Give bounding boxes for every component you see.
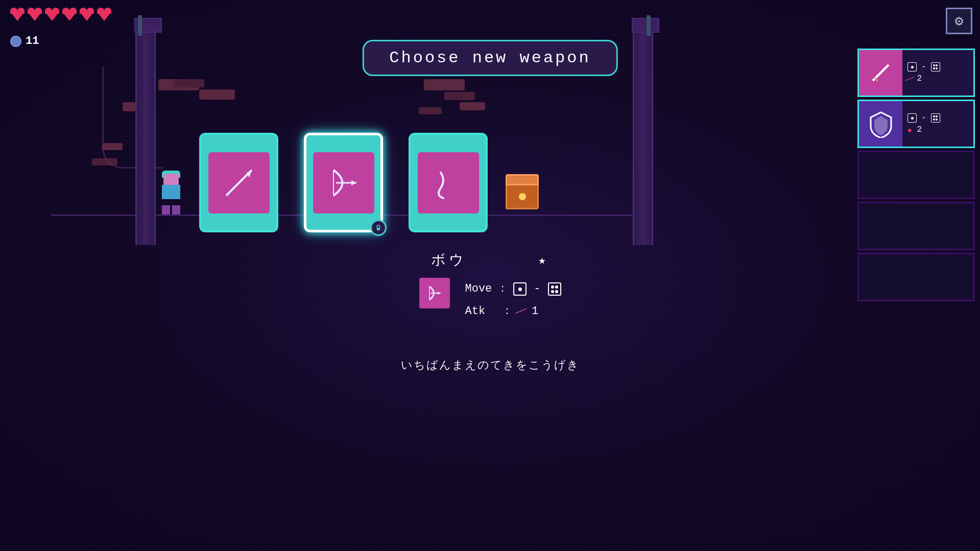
char-body <box>162 185 180 199</box>
svg-marker-9 <box>437 292 440 295</box>
treasure-chest[interactable] <box>506 184 539 209</box>
move-label: Move <box>465 278 492 300</box>
sword-move-row: - <box>907 62 968 71</box>
dice-dot <box>551 290 554 293</box>
inv-sword-icon: ╱ <box>905 74 914 83</box>
weapon-card-bow[interactable] <box>304 133 383 232</box>
svg-line-12 <box>875 78 878 81</box>
char-legs-left <box>162 205 170 214</box>
inv-dash: - <box>921 62 926 71</box>
move-dice-min-icon <box>513 282 527 296</box>
sword-atk-row: ╱ 2 <box>907 74 968 83</box>
inv-dice-dot <box>936 67 938 69</box>
spear-svg <box>219 162 259 203</box>
inv-shield-block-icon: ◆ <box>907 126 912 134</box>
atk-stat-row: Atk ： ╱ 1 <box>465 300 561 323</box>
move-dice-max-icon <box>548 282 561 296</box>
rock-decoration <box>444 92 475 100</box>
inv-dice-dot <box>911 66 914 68</box>
inventory-slot-empty-3 <box>857 253 975 301</box>
svg-rect-6 <box>377 228 380 230</box>
settings-button[interactable]: ⚙ <box>946 8 972 34</box>
inv-dash-2: - <box>921 113 926 123</box>
inventory-slot-empty-2 <box>857 202 975 250</box>
sword-slot-icon <box>859 50 902 95</box>
weapon-stats-text: Move ： - Atk ： ╱ 1 <box>465 278 561 323</box>
char-legs-right <box>172 205 180 214</box>
rock-decoration <box>199 89 235 100</box>
shield-slot-icon <box>859 101 902 147</box>
pillar-right <box>633 31 653 245</box>
inv-dice-max-2 <box>931 113 940 123</box>
spear-card-icon <box>208 152 270 213</box>
heart-6 <box>97 8 111 21</box>
inventory-slot-sword[interactable]: - ╱ 2 <box>857 49 975 97</box>
move-stat-row: Move ： - <box>465 278 561 300</box>
rock-decoration <box>424 79 465 90</box>
bow-icon-small <box>424 283 444 303</box>
bow-card-icon <box>313 152 374 213</box>
weapon-cards-container <box>199 133 488 232</box>
inv-dice-dot <box>911 117 914 119</box>
weapon-name-text: ボウ <box>431 250 467 270</box>
gear-icon: ⚙ <box>955 12 964 30</box>
inventory-slot-shield[interactable]: - ◆ 2 <box>857 100 975 148</box>
dice-dot <box>555 285 558 289</box>
choose-weapon-title: Choose new weapon <box>389 49 590 67</box>
inv-dice-min-2 <box>907 113 917 123</box>
heart-5 <box>80 8 94 21</box>
shield-block-row: ◆ 2 <box>907 125 968 134</box>
sword-atk-icon: ╱ <box>513 303 529 321</box>
bow-svg <box>323 162 364 203</box>
coin-count: 11 <box>26 35 39 47</box>
weapon-card-whip[interactable] <box>409 133 488 232</box>
weapon-detail-panel: ボウ ★ Move ： - <box>419 250 561 323</box>
weapon-description: いちばんまえのてきをこうげき <box>401 357 580 373</box>
dice-dot <box>551 285 554 289</box>
choose-weapon-dialog: Choose new weapon <box>362 40 617 76</box>
sword-slot-stats: - ╱ 2 <box>902 50 973 95</box>
chest-lock <box>519 193 526 200</box>
rock-decoration <box>174 79 204 87</box>
inventory-panel: - ╱ 2 <box>857 49 975 301</box>
move-colon: ： <box>497 278 508 300</box>
move-dash: - <box>534 278 540 300</box>
inventory-slot-empty-1 <box>857 151 975 199</box>
hud-hearts <box>10 8 111 21</box>
chest-lid <box>506 174 539 185</box>
inv-dice-max <box>931 62 940 71</box>
heart-3 <box>45 8 59 21</box>
weapon-star: ★ <box>538 253 548 268</box>
shield-icon-svg <box>868 110 894 138</box>
inv-shield-block-value: 2 <box>917 125 922 134</box>
weapon-stats-row: Move ： - Atk ： ╱ 1 <box>419 278 561 323</box>
rock-decoration <box>419 107 442 114</box>
inv-dice-min <box>907 62 917 71</box>
bow-card-badge <box>370 220 387 236</box>
inv-dice-dot <box>933 118 935 121</box>
weapon-name-row: ボウ ★ <box>419 250 561 270</box>
heart-4 <box>62 8 77 21</box>
whip-card-icon <box>418 152 479 213</box>
torch-left <box>138 15 142 36</box>
sword-icon-svg <box>867 59 895 87</box>
rock-decoration <box>460 102 485 110</box>
dice-dot <box>518 288 522 291</box>
heart-2 <box>28 8 42 21</box>
chest-body <box>506 184 539 209</box>
heart-1 <box>10 8 25 21</box>
dice-dot <box>555 290 558 293</box>
torch-right <box>647 15 651 36</box>
inv-dice-dot <box>933 64 935 66</box>
svg-marker-4 <box>351 180 356 185</box>
inv-dice-dot <box>936 115 938 117</box>
shield-slot-stats: - ◆ 2 <box>902 101 973 147</box>
hud-coins: 11 <box>10 35 39 47</box>
weapon-card-spear[interactable] <box>199 133 278 232</box>
atk-colon: ： <box>490 300 513 323</box>
player-character <box>156 174 186 214</box>
inv-dice-dot <box>936 118 938 121</box>
whip-svg <box>428 162 469 203</box>
shield-move-row: - <box>907 113 968 123</box>
atk-value: 1 <box>532 300 538 323</box>
